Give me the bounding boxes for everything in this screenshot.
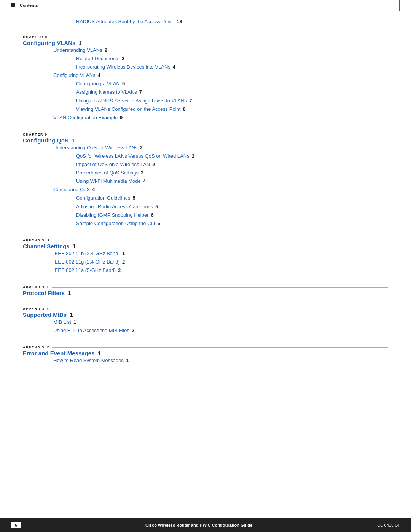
toc-entry-ap0-0: IEEE 802.11b (2.4-GHz Band)1 [23, 249, 388, 258]
toc-entry-page-ch0-1: 3 [122, 54, 124, 63]
toc-entry-page-ch1-4: 4 [143, 177, 146, 185]
appendices-container: APPENDIXAChannel Settings1IEEE 802.11b (… [23, 238, 388, 365]
toc-entry-ch1-8: Disabling IGMP Snooping Helper6 [23, 211, 388, 219]
toc-entry-text-ch1-8[interactable]: Disabling IGMP Snooping Helper [76, 211, 149, 219]
toc-entry-ch0-5: Assigning Names to VLANs7 [23, 88, 388, 96]
toc-entry-text-ap0-0[interactable]: IEEE 802.11b (2.4-GHz Band) [53, 249, 120, 258]
toc-entry-text-ch1-9[interactable]: Sample Configuration Using the CLI [76, 219, 155, 228]
chapter-divider-0 [53, 37, 388, 37]
toc-entry-page-ch0-4: 5 [122, 80, 125, 88]
toc-entry-ch1-7: Adjusting Radio Access Categories5 [23, 203, 388, 211]
toc-entry-ch1-5: Configuring QoS4 [23, 185, 388, 194]
toc-entry-page-ap0-1: 2 [122, 258, 125, 266]
toc-entry-page-ap0-2: 2 [118, 266, 121, 275]
toc-entry-ch1-3: Precedence of QoS Settings3 [23, 169, 388, 177]
toc-entry-ap0-2: IEEE 802.11a (5-GHz Band)2 [23, 266, 388, 275]
appendix-title-page-1: 1 [68, 290, 71, 296]
toc-content: RADIUS Attributes Sent by the Access Poi… [0, 11, 411, 397]
appendix-title-2[interactable]: Supported MIBs [23, 312, 67, 318]
toc-entry-text-ch0-8[interactable]: VLAN Configuration Example [53, 113, 118, 122]
toc-entry-text-ch1-1[interactable]: QoS for Wireless LANs Versus QoS on Wire… [76, 152, 190, 160]
toc-entry-page-ch1-0: 2 [140, 144, 143, 152]
toc-entry-page-ch1-8: 6 [151, 211, 154, 219]
appendix-label-row-1: APPENDIXB [23, 285, 388, 289]
chapter-label-1: CHAPTER 9 [23, 133, 48, 136]
appendix-title-row-0: Channel Settings1 [23, 243, 388, 249]
toc-entry-text-ch1-0[interactable]: Understanding QoS for Wireless LANs [53, 144, 138, 152]
toc-entry-ch1-1: QoS for Wireless LANs Versus QoS on Wire… [23, 152, 388, 160]
toc-entry-ch1-9: Sample Configuration Using the CLI6 [23, 219, 388, 228]
chapters-container: CHAPTER 8Configuring VLANs1Understanding… [23, 35, 388, 228]
top-border-line [399, 0, 400, 11]
appendix-label-0: APPENDIX [23, 238, 45, 242]
toc-entry-page-ch0-3: 4 [98, 71, 100, 80]
toc-entry-text-ap0-2[interactable]: IEEE 802.11a (5-GHz Band) [53, 266, 116, 275]
toc-entry-ch1-0: Understanding QoS for Wireless LANs2 [23, 144, 388, 152]
toc-entry-text-ap2-0[interactable]: MIB List [53, 318, 71, 326]
chapter-title-row-1: Configuring QoS1 [23, 137, 388, 144]
toc-entry-page-ch1-3: 3 [141, 169, 143, 177]
toc-entry-text-ap2-1[interactable]: Using FTP to Access the MIB Files [53, 326, 129, 335]
toc-entry-text-ch0-2[interactable]: Incorporating Wireless Devices into VLAN… [76, 63, 170, 71]
toc-entry-text-ap3-0[interactable]: How to Read System Messages [53, 356, 124, 365]
toc-entry-page-ch0-7: 8 [183, 105, 185, 113]
toc-entry-page-ch1-2: 2 [152, 160, 155, 169]
toc-entry-ch1-4: Using Wi-Fi Multimedia Mode4 [23, 177, 388, 185]
appendix-title-0[interactable]: Channel Settings [23, 243, 70, 249]
toc-entry-text-ch1-5[interactable]: Configuring QoS [53, 185, 90, 194]
appendix-title-page-3: 1 [97, 350, 100, 356]
appendix-title-page-2: 1 [70, 312, 73, 318]
toc-entry-text-ch1-2[interactable]: Impact of QoS on a Wireless LAN [76, 160, 150, 169]
appendix-divider-1 [52, 287, 388, 288]
toc-entry-text-ap0-1[interactable]: IEEE 802.11g (2.4-GHz Band) [53, 258, 120, 266]
appendix-label-3: APPENDIX [23, 345, 45, 349]
toc-entry-text-ch0-4[interactable]: Configuring a VLAN [76, 80, 120, 88]
top-entry-text[interactable]: RADIUS Attributes Sent by the Access Poi… [76, 19, 173, 24]
toc-entry-text-ch0-7[interactable]: Viewing VLANs Configured on the Access P… [76, 105, 180, 113]
appendix-title-row-1: Protocol Filters1 [23, 290, 388, 296]
chapter-label-row-1: CHAPTER 9 [23, 133, 388, 136]
toc-entry-ch0-7: Viewing VLANs Configured on the Access P… [23, 105, 388, 113]
toc-entry-text-ch0-0[interactable]: Understanding VLANs [53, 46, 102, 54]
appendix-letter-1: B [47, 285, 50, 289]
footer-title: Cisco Wireless Router and HWIC Configura… [145, 523, 252, 527]
chapter-section-1: CHAPTER 9Configuring QoS1Understanding Q… [23, 133, 388, 228]
footer: 6 Cisco Wireless Router and HWIC Configu… [0, 518, 411, 532]
toc-entry-text-ch1-4[interactable]: Using Wi-Fi Multimedia Mode [76, 177, 141, 185]
chapter-divider-1 [53, 134, 388, 134]
toc-entry-text-ch0-6[interactable]: Using a RADIUS Server to Assign Users to… [76, 97, 187, 105]
chapter-title-1[interactable]: Configuring QoS [23, 137, 68, 144]
toc-entry-page-ch0-2: 4 [173, 63, 175, 71]
contents-label: Contents [20, 3, 38, 8]
chapter-section-0: CHAPTER 8Configuring VLANs1Understanding… [23, 35, 388, 122]
top-bar: Contents [0, 0, 411, 11]
toc-entry-ch1-6: Configuration Guidelines5 [23, 194, 388, 202]
contents-icon [11, 3, 15, 7]
appendix-title-1[interactable]: Protocol Filters [23, 290, 65, 296]
toc-entry-text-ch1-7[interactable]: Adjusting Radio Access Categories [76, 203, 153, 211]
appendix-title-row-2: Supported MIBs1 [23, 312, 388, 318]
toc-entry-page-ch0-0: 2 [105, 46, 107, 54]
toc-entry-page-ap2-1: 2 [132, 326, 134, 335]
toc-entry-ch0-6: Using a RADIUS Server to Assign Users to… [23, 97, 388, 105]
toc-entry-ap2-0: MIB List1 [23, 318, 388, 326]
footer-page-number: 6 [11, 522, 21, 528]
toc-entry-text-ch1-6[interactable]: Configuration Guidelines [76, 194, 130, 202]
appendix-section-0: APPENDIXAChannel Settings1IEEE 802.11b (… [23, 238, 388, 275]
toc-entry-text-ch0-5[interactable]: Assigning Names to VLANs [76, 88, 137, 96]
toc-entry-text-ch1-3[interactable]: Precedence of QoS Settings [76, 169, 139, 177]
appendix-title-row-3: Error and Event Messages1 [23, 350, 388, 356]
chapter-title-row-0: Configuring VLANs1 [23, 40, 388, 46]
toc-entry-text-ch0-1[interactable]: Related Documents [76, 54, 119, 63]
chapter-title-page-0: 1 [78, 40, 81, 46]
toc-entry-ap0-1: IEEE 802.11g (2.4-GHz Band)2 [23, 258, 388, 266]
toc-entry-page-ch0-8: 9 [120, 113, 123, 122]
appendix-section-2: APPENDIXCSupported MIBs1MIB List1Using F… [23, 307, 388, 335]
toc-entry-text-ch0-3[interactable]: Configuring VLANs [53, 71, 96, 80]
footer-doc-id: OL-6415-04 [377, 523, 400, 527]
appendix-section-3: APPENDIXDError and Event Messages1How to… [23, 345, 388, 365]
chapter-title-0[interactable]: Configuring VLANs [23, 40, 75, 46]
appendix-divider-3 [52, 347, 388, 348]
appendix-label-2: APPENDIX [23, 307, 45, 311]
appendix-title-3[interactable]: Error and Event Messages [23, 350, 94, 356]
